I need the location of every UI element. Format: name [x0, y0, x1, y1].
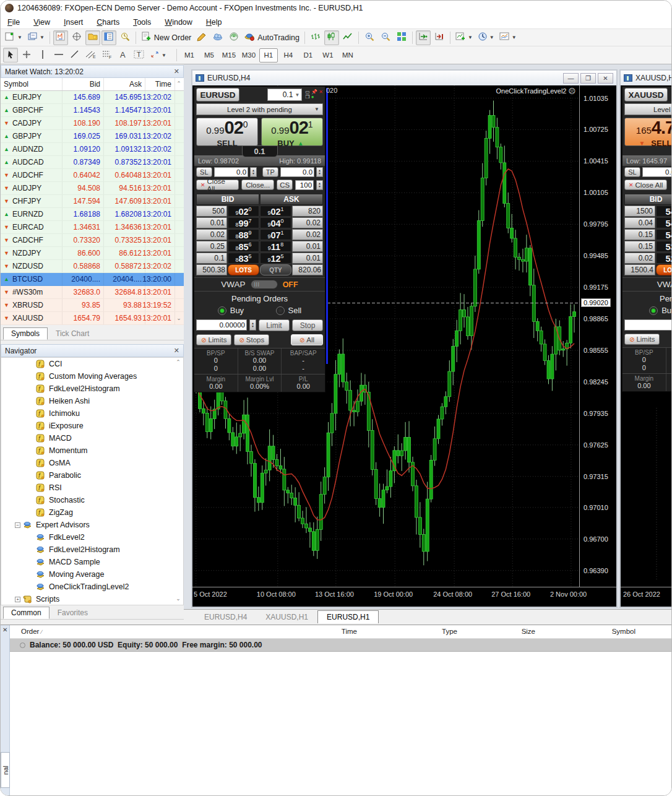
vertical-line-button[interactable] [35, 48, 50, 63]
navigator-item-moving-average[interactable]: Moving Average [1, 568, 183, 581]
navigator-item-stochastic[interactable]: fStochastic [1, 494, 183, 506]
collapse-icon[interactable]: − [15, 522, 20, 528]
navigator-item-momentum[interactable]: fMomentum [1, 444, 183, 457]
bid-price-cell[interactable]: 9020 [228, 205, 259, 217]
menu-view[interactable]: View [27, 17, 57, 28]
menu-file[interactable]: File [1, 17, 27, 28]
timeframe-d1[interactable]: D1 [299, 48, 317, 63]
text-label-button[interactable]: T [132, 48, 147, 63]
minimize-button[interactable]: — [563, 73, 579, 84]
market-watch-row-CADJPY[interactable]: ▼CADJPY108.190108.19713:20:01 [1, 117, 184, 130]
navigator-item-fdklevel2histogram[interactable]: FdkLevel2Histogram [1, 543, 183, 556]
column-header-bid[interactable]: Bid [62, 78, 104, 90]
shapes-button[interactable]: ▼ [148, 48, 168, 63]
bid-volume-cell[interactable]: 1500 [624, 205, 655, 217]
ask-price-cell[interactable]: 9021 [260, 205, 291, 217]
stop-button[interactable]: Stop [292, 319, 323, 331]
buy-button[interactable]: 0.99021BUY▲ [261, 118, 323, 146]
navigator-item-oneclicktradinglevel2[interactable]: OneClickTradingLevel2 [1, 581, 183, 593]
bid-volume-cell[interactable]: 0.04 [624, 217, 655, 228]
navigator-item-fdklevel2histogram[interactable]: fFdkLevel2Histogram [1, 383, 183, 395]
ladder-row[interactable]: 0.0454. [624, 217, 672, 228]
ask-volume-cell[interactable]: 0.01 [292, 241, 323, 252]
tp-button[interactable]: TP [262, 167, 278, 177]
timeframe-m30[interactable]: M30 [239, 48, 258, 63]
bid-volume-cell[interactable]: 0.15 [624, 229, 655, 240]
ask-price-cell[interactable]: 9040 [260, 217, 291, 228]
profiles-button[interactable]: ▼ [25, 30, 46, 45]
timeframe-m5[interactable]: M5 [200, 48, 218, 63]
bid-price-cell[interactable]: 54. [656, 205, 672, 217]
market-watch-row-EURJPY[interactable]: ▲EURJPY145.689145.69513:20:02 [1, 91, 184, 104]
periods-button[interactable]: ▼ [476, 30, 496, 45]
expand-icon[interactable]: + [15, 597, 20, 602]
mode-select[interactable]: Level 2▼ [624, 103, 672, 115]
chart-tab-xauusd-h1[interactable]: XAUUSD,H1 [256, 610, 317, 623]
sl-button[interactable]: SL [624, 167, 640, 177]
cloud-button[interactable] [210, 30, 225, 45]
navigator-item-parabolic[interactable]: fParabolic [1, 469, 183, 482]
tp-spinner[interactable]: ▲▼ [316, 167, 323, 177]
terminal-column-symbol[interactable]: Symbol [612, 628, 635, 635]
market-watch-row-XAUUSD[interactable]: ▼XAUUSD1654.791654.9313:20:01 [1, 312, 184, 325]
terminal-button[interactable] [101, 30, 116, 45]
pending-price-input[interactable]: 0.00000 [196, 319, 247, 331]
column-header-ask[interactable]: Ask [104, 78, 145, 90]
ladder-row[interactable]: 0.1883591250.01 [196, 253, 323, 264]
zoom-in-button[interactable] [362, 30, 377, 45]
sl-spinner[interactable]: ▲▼ [250, 167, 257, 177]
timeframe-h4[interactable]: H4 [279, 48, 298, 63]
market-watch-row-WS30m[interactable]: ▼#WS30m32683.032684.813:20:01 [1, 286, 184, 299]
terminal-column-type[interactable]: Type [442, 628, 457, 635]
panel-window-icons[interactable]: ▭ 📌 ✕❒ ● [305, 90, 323, 100]
sl-button[interactable]: SL [196, 167, 212, 177]
ladder-row[interactable]: 0.1553. [624, 241, 672, 252]
menu-tools[interactable]: Tools [126, 17, 158, 28]
timeframe-mn[interactable]: MN [338, 48, 357, 63]
market-watch-row-GBPCHF[interactable]: ▲GBPCHF1.145431.1454713:20:01 [1, 104, 184, 117]
ladder-row[interactable]: 0.02888990710.02 [196, 229, 323, 240]
bid-price-cell[interactable]: 8856 [228, 241, 259, 252]
pending-buy-radio[interactable]: Buy [649, 306, 672, 315]
terminal-column-size[interactable]: Size [522, 628, 535, 635]
navigator-item-scripts[interactable]: +Scripts [1, 593, 183, 605]
market-watch-row-EURNZD[interactable]: ▲EURNZD1.681881.6820813:20:01 [1, 208, 184, 221]
restore-button[interactable]: ❐ [580, 73, 596, 84]
ask-price-cell[interactable]: 9118 [260, 241, 291, 252]
channel-button[interactable]: E [84, 48, 98, 63]
signals-button[interactable] [226, 30, 241, 45]
ask-volume-cell[interactable]: 0.02 [292, 217, 323, 228]
terminal-column-order[interactable]: Order ∕ [21, 628, 42, 635]
timeframe-m15[interactable]: M15 [220, 48, 238, 63]
scroll-down-icon[interactable]: ⌄ [175, 315, 183, 321]
symbol-button[interactable]: XAUUSD [624, 88, 668, 102]
ladder-row[interactable]: 0.0252. [624, 253, 672, 264]
market-watch-row-EURCAD[interactable]: ▼EURCAD1.346311.3463613:20:01 [1, 221, 184, 234]
tab-tick-chart[interactable]: Tick Chart [48, 327, 97, 340]
mode-select[interactable]: Level 2 with pending▼ [196, 103, 323, 115]
sell-button[interactable]: 0.99020SELL [196, 118, 258, 146]
pending-price-spinner[interactable]: ▲▼ [249, 319, 256, 331]
menu-help[interactable]: Help [199, 17, 229, 28]
bid-volume-cell[interactable]: 0.25 [196, 241, 227, 252]
bid-price-cell[interactable]: 8889 [228, 229, 259, 240]
tab-common[interactable]: Common [3, 607, 50, 619]
chart-window-titlebar[interactable]: XAUUSD,H [621, 71, 672, 85]
vwap-toggle[interactable] [251, 280, 278, 289]
ladder-row[interactable]: 150054. [624, 205, 672, 217]
terminal-column-time[interactable]: Time [342, 628, 357, 635]
navigator-item-ichimoku[interactable]: fIchimoku [1, 407, 183, 420]
bid-volume-cell[interactable]: 0.01 [196, 217, 227, 228]
bar-chart-button[interactable] [308, 30, 323, 45]
close-button[interactable]: Close... [241, 180, 274, 190]
line-chart-button[interactable] [340, 30, 355, 45]
bid-volume-cell[interactable]: 0.02 [196, 229, 227, 240]
lot-size-select[interactable]: 0.1▼ [267, 89, 302, 101]
bid-price-cell[interactable]: 52. [656, 253, 672, 264]
lots-button[interactable]: LOTS [228, 264, 259, 275]
bid-volume-cell[interactable]: 0.02 [624, 253, 655, 264]
delete-all-button[interactable]: ⊘All [291, 334, 323, 345]
tp-input[interactable]: 0.0 [280, 167, 314, 177]
market-watch-row-AUDJPY[interactable]: ▼AUDJPY94.50894.51613:20:01 [1, 182, 184, 195]
navigator-item-iexposure[interactable]: fiExposure [1, 420, 183, 432]
